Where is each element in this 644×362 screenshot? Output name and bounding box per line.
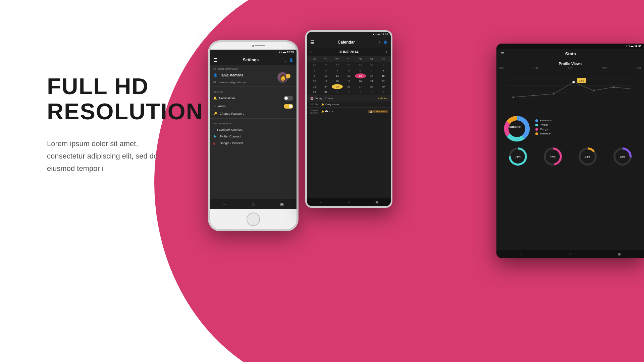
cal-cell[interactable]: 27: [355, 84, 366, 89]
profile-icon[interactable]: 👤: [289, 58, 293, 62]
back-icon[interactable]: ←: [223, 202, 227, 206]
alerts-toggle[interactable]: [284, 104, 293, 109]
alerts-label: Alerts: [218, 105, 282, 108]
day-su: SU: [377, 57, 389, 61]
cal-cell[interactable]: 5: [378, 89, 389, 95]
cal-cell[interactable]: 29: [355, 63, 366, 68]
lock-icon: 🔑: [213, 112, 217, 115]
cal-cell[interactable]: 21: [366, 79, 377, 84]
cal-cell[interactable]: 28: [343, 63, 354, 68]
cal-cell[interactable]: 13: [355, 73, 366, 78]
cal-cell[interactable]: 1: [332, 89, 343, 95]
stats-signal: ▾: [629, 45, 630, 48]
cal-cell[interactable]: 30: [366, 63, 377, 68]
google-dot: [535, 128, 538, 131]
day-th: TH: [343, 57, 355, 61]
facebook-dot: [535, 119, 538, 122]
stats-menu-icon[interactable]: ☰: [500, 51, 504, 56]
change-password-row[interactable]: 🔑 Change Password: [210, 110, 297, 117]
cal-cell[interactable]: 8: [378, 68, 389, 73]
cal-next[interactable]: ›: [386, 50, 387, 54]
cal-cell[interactable]: 27: [332, 63, 343, 68]
stats-back-icon[interactable]: ←: [520, 252, 523, 256]
more-icon[interactable]: ⋮: [284, 58, 287, 62]
recents-icon[interactable]: ▣: [280, 202, 284, 206]
cal-cell[interactable]: 10: [320, 73, 331, 78]
toggle-knob-alerts: [289, 105, 292, 108]
bottom-nav-main: ← ⌂ ▣: [210, 199, 297, 209]
twitter-row[interactable]: 🐦 Twitter Connect: [210, 133, 297, 140]
cal-cell[interactable]: 4: [366, 89, 377, 95]
cal-menu-icon[interactable]: ☰: [310, 40, 315, 45]
cal-cell[interactable]: 25: [309, 63, 320, 68]
alerts-row: ⚠ Alerts: [210, 102, 297, 110]
divider-2: [210, 118, 297, 119]
cal-cell[interactable]: 7: [366, 68, 377, 73]
cal-cell[interactable]: 18: [332, 79, 343, 84]
event-chat-icon: 💬: [325, 110, 328, 113]
cal-cell[interactable]: 9: [309, 73, 320, 78]
notifications-label: Notifications: [219, 97, 282, 100]
cal-cell[interactable]: 2: [309, 68, 320, 73]
stats-more-icon[interactable]: ⋮: [637, 52, 640, 56]
facebook-row[interactable]: f Facebook Connect: [210, 126, 297, 133]
cal-cell[interactable]: 26: [343, 84, 354, 89]
cal-cell[interactable]: 3: [355, 89, 366, 95]
cal-cell[interactable]: 30: [309, 89, 320, 95]
all-notes-btn[interactable]: All Notes: [378, 97, 387, 100]
notifications-toggle[interactable]: [284, 96, 293, 101]
cal-home-icon[interactable]: ⌂: [348, 200, 350, 204]
cal-cell[interactable]: 1: [378, 63, 389, 68]
cal-cell[interactable]: 29: [378, 84, 389, 89]
stats-recents-icon[interactable]: ▣: [618, 252, 621, 256]
cal-cell[interactable]: 5: [343, 68, 354, 73]
cal-month-nav: ‹ JUNE 2014 ›: [307, 48, 391, 56]
cal-prev[interactable]: ‹: [310, 50, 312, 54]
cal-cell[interactable]: 12: [343, 73, 354, 78]
home-button[interactable]: [247, 213, 260, 226]
cal-cell[interactable]: 17: [320, 79, 331, 84]
cal-cell[interactable]: 25: [332, 84, 343, 89]
today-label: Today, 13 June: [315, 97, 333, 100]
cal-cell[interactable]: 6: [355, 68, 366, 73]
cal-cell[interactable]: 26: [320, 63, 331, 68]
cal-cell[interactable]: 22: [378, 79, 389, 84]
cal-cell[interactable]: 24: [320, 84, 331, 89]
stats-home-icon[interactable]: ⌂: [569, 252, 571, 256]
stats-title: Stats: [565, 51, 576, 56]
cal-back-icon[interactable]: ←: [319, 200, 323, 204]
cal-user-icon[interactable]: 👤: [383, 41, 387, 44]
cal-cell[interactable]: 15: [378, 73, 389, 78]
upload-btn[interactable]: ↑: [286, 74, 290, 78]
cal-title: Calendar: [338, 40, 355, 45]
home-icon[interactable]: ⌂: [252, 202, 255, 206]
event-bell-icon: 🔔: [321, 110, 324, 113]
stats-time: 12:35: [635, 45, 641, 48]
cal-cell[interactable]: 28: [366, 84, 377, 89]
event-icons: 🔔 💬 ✓ ✕: [321, 110, 333, 113]
cal-cell[interactable]: 20: [355, 79, 366, 84]
svg-text:19.2: 19.2: [579, 79, 584, 82]
menu-icon[interactable]: ☰: [213, 57, 218, 63]
cal-recents-icon[interactable]: ▣: [375, 200, 378, 204]
cal-cell[interactable]: 11: [332, 73, 343, 78]
cal-cell[interactable]: 23: [309, 84, 320, 89]
cal-cell[interactable]: 31: [320, 89, 331, 95]
cal-cell[interactable]: 14: [366, 73, 377, 78]
status-bar-main: ▾ ▾ ▬ 12:35: [210, 50, 297, 55]
cal-cell[interactable]: 16: [309, 79, 320, 84]
month-jun: JUN: [533, 67, 538, 69]
profile-row: 👤 Tanja Montana 👩 ↑: [210, 71, 297, 79]
behance-legend-label: Behance: [540, 132, 551, 135]
signal-icon: ▾: [281, 51, 282, 54]
cal-cell[interactable]: 4: [332, 68, 343, 73]
email-text: t.montana@gmail.com: [219, 81, 246, 84]
cal-cell[interactable]: 19: [343, 79, 354, 84]
cal-more-icon[interactable]: ⋮: [378, 41, 381, 44]
cal-cell[interactable]: 2: [343, 89, 354, 95]
toggle-knob-notifications: [284, 97, 288, 100]
person-icon: 👤: [213, 73, 217, 77]
day-we: WE: [332, 57, 343, 61]
googleplus-row[interactable]: g+ Google+ Connect: [210, 140, 297, 146]
cal-cell[interactable]: 3: [320, 68, 331, 73]
